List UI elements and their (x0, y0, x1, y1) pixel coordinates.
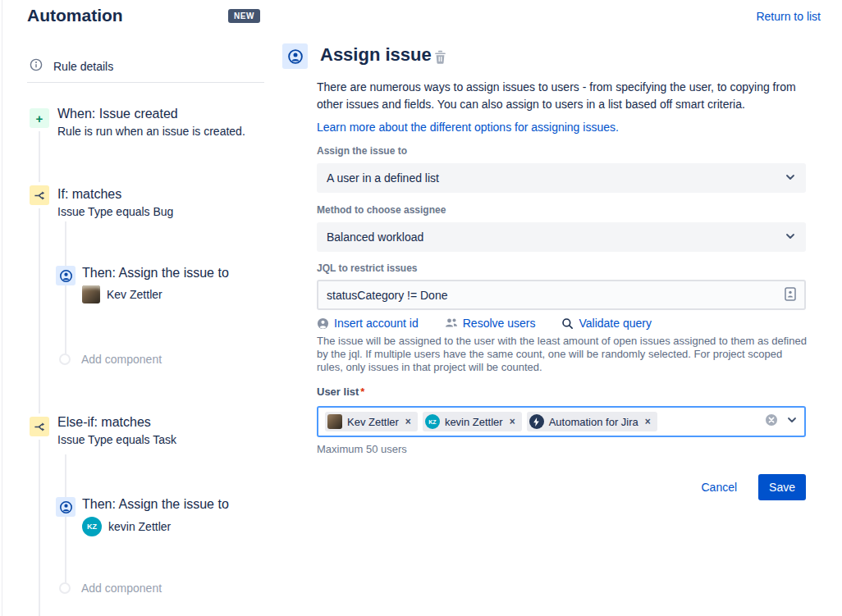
avatar (327, 414, 342, 429)
chevron-down-icon (785, 230, 796, 244)
chevron-down-icon[interactable] (786, 414, 798, 429)
learn-more-link[interactable]: Learn more about the different options f… (317, 121, 619, 134)
people-icon (445, 317, 458, 329)
sidebar-node-then2-title[interactable]: Then: Assign the issue to (82, 497, 229, 512)
avatar: KZ (82, 517, 102, 536)
chevron-down-icon (785, 171, 796, 185)
user-picker-icon[interactable] (785, 287, 796, 303)
add-component-circle-icon (59, 582, 71, 594)
sidebar-node-when-subtitle: Rule is run when an issue is created. (57, 125, 245, 138)
sidebar-node-when-title[interactable]: When: Issue created (57, 107, 178, 121)
validate-query-label: Validate query (579, 317, 651, 330)
add-component-button[interactable]: Add component (59, 353, 162, 366)
cancel-button[interactable]: Cancel (701, 481, 737, 494)
connector-line (39, 440, 40, 616)
form-buttons: Cancel Save (317, 474, 806, 500)
panel-left-border (2, 0, 2, 616)
method-value: Balanced workload (327, 230, 423, 244)
connector-line (65, 454, 66, 497)
method-select[interactable]: Balanced workload (317, 222, 806, 252)
component-description: There are numerous ways to assign issues… (317, 79, 798, 113)
max-users-help: Maximum 50 users (317, 443, 407, 455)
connector-line (65, 517, 66, 584)
connector-line (65, 221, 66, 266)
user-name: kevin Zettler (108, 520, 171, 533)
sidebar-then1-user: Kev Zettler (82, 285, 162, 303)
assign-user-icon (56, 266, 76, 285)
remove-chip-button[interactable]: × (508, 416, 517, 427)
sidebar-node-if-title[interactable]: If: matches (57, 187, 121, 202)
remove-chip-button[interactable]: × (404, 416, 413, 427)
delete-component-icon[interactable] (434, 50, 446, 67)
user-chip: KZ kevin Zettler × (423, 412, 522, 431)
jql-value: statusCategory != Done (327, 289, 447, 302)
add-component-button[interactable]: Add component (59, 582, 162, 595)
resolve-users-label: Resolve users (463, 317, 536, 330)
required-asterisk: * (360, 386, 364, 398)
search-icon (561, 317, 574, 330)
trigger-plus-icon: + (30, 108, 49, 128)
person-icon (317, 317, 329, 330)
avatar: KZ (425, 414, 440, 429)
automation-rule-editor: Automation NEW Return to list Rule detai… (0, 0, 842, 616)
sidebar-divider (27, 82, 264, 83)
assign-to-value: A user in a defined list (327, 171, 439, 185)
jql-actions-row: Insert account id Resolve users Validate… (317, 317, 806, 330)
branch-icon (30, 417, 49, 436)
validate-query-button[interactable]: Validate query (561, 317, 651, 330)
sidebar-node-if-subtitle: Issue Type equals Bug (57, 205, 173, 218)
insert-account-id-button[interactable]: Insert account id (317, 317, 419, 330)
component-title: Assign issue (320, 44, 432, 66)
method-help-text: The issue will be assigned to the user w… (317, 335, 809, 374)
method-label: Method to choose assignee (317, 204, 446, 216)
sidebar-node-elseif-subtitle: Issue Type equals Task (57, 433, 176, 446)
sidebar-node-then1-title[interactable]: Then: Assign the issue to (82, 266, 229, 281)
user-chip: Kev Zettler × (325, 412, 418, 431)
clear-all-icon[interactable] (765, 413, 778, 430)
chip-label: kevin Zettler (445, 416, 503, 428)
page-title: Automation (27, 6, 123, 25)
jql-label: JQL to restrict issues (317, 262, 418, 274)
assign-to-select[interactable]: A user in a defined list (317, 163, 806, 193)
multiselect-controls (765, 413, 798, 430)
save-button[interactable]: Save (758, 474, 806, 500)
user-list-multiselect[interactable]: Kev Zettler × KZ kevin Zettler × Automat… (317, 406, 806, 437)
add-component-label: Add component (81, 582, 162, 595)
remove-chip-button[interactable]: × (643, 416, 652, 427)
return-to-list-link[interactable]: Return to list (756, 10, 821, 23)
user-list-label: User list* (317, 386, 364, 398)
user-chip: Automation for Jira × (527, 412, 657, 431)
assign-user-icon (56, 497, 76, 517)
chip-label: Automation for Jira (549, 416, 638, 428)
user-list-label-text: User list (317, 386, 359, 398)
rule-details-label: Rule details (53, 60, 113, 73)
avatar (82, 285, 100, 303)
connector-line (39, 208, 40, 413)
insert-account-id-label: Insert account id (334, 317, 419, 330)
assign-to-label: Assign the issue to (317, 145, 407, 157)
connector-line (65, 285, 66, 355)
sidebar-then2-user: KZ kevin Zettler (82, 517, 171, 536)
info-icon (30, 58, 43, 74)
add-component-circle-icon (59, 354, 71, 365)
resolve-users-button[interactable]: Resolve users (445, 317, 536, 330)
add-component-label: Add component (81, 353, 162, 366)
lightning-bolt-icon (529, 414, 544, 429)
connector-line (39, 131, 40, 182)
new-badge: NEW (228, 9, 260, 23)
branch-icon (30, 185, 49, 205)
jql-input[interactable]: statusCategory != Done (317, 280, 806, 310)
assign-issue-header-icon (282, 43, 308, 69)
user-name: Kev Zettler (107, 288, 162, 301)
sidebar-item-rule-details[interactable]: Rule details (30, 58, 113, 74)
sidebar-node-elseif-title[interactable]: Else-if: matches (57, 415, 151, 430)
chip-label: Kev Zettler (347, 416, 399, 428)
